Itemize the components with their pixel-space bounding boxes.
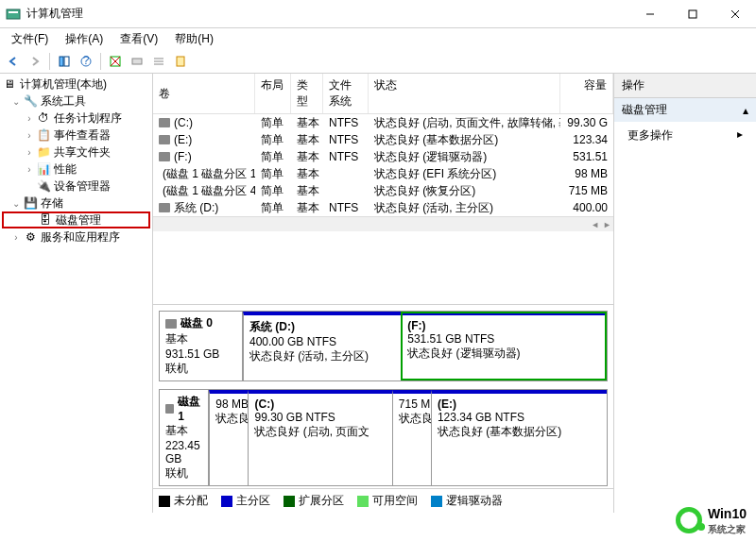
- volume-row[interactable]: 系统 (D:)简单基本NTFS状态良好 (活动, 主分区)400.00: [153, 199, 613, 216]
- svg-text:?: ?: [83, 55, 90, 67]
- close-button[interactable]: [713, 0, 756, 28]
- volume-list[interactable]: 卷 布局 类型 文件系统 状态 容量 (C:)简单基本NTFS状态良好 (启动,…: [153, 74, 613, 305]
- watermark: Win10系统之家: [676, 506, 747, 535]
- volume-list-header: 卷 布局 类型 文件系统 状态 容量: [153, 74, 613, 114]
- volume-row[interactable]: (磁盘 1 磁盘分区 4)简单基本状态良好 (恢复分区)715 MB: [153, 182, 613, 199]
- col-layout[interactable]: 布局: [255, 74, 291, 113]
- list-button[interactable]: [149, 52, 168, 71]
- partition-e[interactable]: (E:) 123.34 GB NTFS 状态良好 (基本数据分区): [431, 390, 607, 485]
- menu-action[interactable]: 操作(A): [58, 29, 111, 49]
- legend-logical-swatch: [431, 496, 442, 507]
- svg-rect-11: [132, 59, 142, 64]
- drive-icon: [159, 203, 170, 212]
- horizontal-scrollbar[interactable]: ◄►: [153, 216, 613, 231]
- actions-title: 操作: [614, 74, 756, 98]
- partition-efi[interactable]: 98 MB 状态良好: [209, 390, 248, 485]
- disk-0[interactable]: 磁盘 0 基本 931.51 GB 联机 系统 (D:) 400.00 GB N…: [159, 311, 608, 381]
- help-button[interactable]: ?: [77, 52, 95, 71]
- actions-panel: 操作 磁盘管理▴ 更多操作▸: [614, 74, 756, 513]
- props-button[interactable]: [171, 52, 190, 71]
- volume-row[interactable]: (F:)简单基本NTFS状态良好 (逻辑驱动器)531.51: [153, 148, 613, 165]
- show-hide-tree-button[interactable]: [55, 52, 74, 71]
- drive-icon: [159, 135, 170, 144]
- tree-devicemgr[interactable]: 🔌设备管理器: [2, 178, 150, 194]
- app-icon: [6, 7, 21, 22]
- col-fs[interactable]: 文件系统: [323, 74, 369, 113]
- partition-d[interactable]: 系统 (D:) 400.00 GB NTFS 状态良好 (活动, 主分区): [243, 312, 401, 380]
- tree-systools[interactable]: ⌄🔧系统工具: [2, 93, 150, 110]
- watermark-logo-icon: [676, 507, 702, 533]
- tree-storage[interactable]: ⌄💾存储: [2, 194, 150, 211]
- menu-bar: 文件(F) 操作(A) 查看(V) 帮助(H): [0, 28, 756, 49]
- col-status[interactable]: 状态: [369, 74, 560, 113]
- disk-0-info: 磁盘 0 基本 931.51 GB 联机: [160, 312, 243, 380]
- volume-row[interactable]: (磁盘 1 磁盘分区 1)简单基本状态良好 (EFI 系统分区)98 MB: [153, 165, 613, 182]
- disk-icon: [165, 404, 174, 414]
- collapse-icon: ▴: [743, 104, 748, 117]
- svg-rect-7: [64, 57, 69, 66]
- svg-rect-0: [7, 9, 20, 19]
- minimize-button[interactable]: [628, 0, 671, 28]
- drive-icon: [159, 152, 170, 161]
- rescan-button[interactable]: [128, 52, 146, 71]
- tree-services[interactable]: ›⚙服务和应用程序: [2, 228, 150, 245]
- tree-performance[interactable]: ›📊性能: [2, 161, 150, 178]
- actions-more[interactable]: 更多操作▸: [614, 122, 756, 149]
- svg-rect-1: [9, 11, 18, 13]
- disk-1-info: 磁盘 1 基本 223.45 GB 联机: [160, 390, 209, 485]
- col-capacity[interactable]: 容量: [560, 74, 613, 113]
- disk-icon: [165, 319, 177, 329]
- navigation-tree[interactable]: 🖥计算机管理(本地) ⌄🔧系统工具 ›⏱任务计划程序 ›📋事件查看器 ›📁共享文…: [0, 74, 153, 513]
- legend-primary-swatch: [221, 496, 232, 507]
- tree-taskscheduler[interactable]: ›⏱任务计划程序: [2, 110, 150, 127]
- window-title: 计算机管理: [26, 6, 628, 22]
- refresh-button[interactable]: [106, 52, 125, 71]
- legend-unallocated-swatch: [159, 496, 170, 507]
- tree-eventviewer[interactable]: ›📋事件查看器: [2, 127, 150, 144]
- legend: 未分配 主分区 扩展分区 可用空间 逻辑驱动器: [153, 488, 613, 513]
- toolbar: ?: [0, 49, 756, 74]
- chevron-right-icon: ▸: [737, 127, 743, 141]
- svg-rect-15: [177, 57, 184, 66]
- forward-button[interactable]: [26, 52, 44, 71]
- window-titlebar: 计算机管理: [0, 0, 756, 28]
- back-button[interactable]: [4, 52, 23, 71]
- tree-root[interactable]: 🖥计算机管理(本地): [2, 76, 150, 93]
- menu-help[interactable]: 帮助(H): [167, 29, 221, 49]
- col-type[interactable]: 类型: [291, 74, 323, 113]
- menu-view[interactable]: 查看(V): [112, 29, 165, 49]
- actions-section[interactable]: 磁盘管理▴: [614, 98, 756, 122]
- partition-recovery[interactable]: 715 MB 状态良好 (恢: [392, 390, 431, 485]
- disk-map: 磁盘 0 基本 931.51 GB 联机 系统 (D:) 400.00 GB N…: [153, 305, 613, 488]
- menu-file[interactable]: 文件(F): [4, 29, 56, 49]
- partition-c[interactable]: (C:) 99.30 GB NTFS 状态良好 (启动, 页面文: [248, 390, 391, 485]
- legend-extended-swatch: [284, 496, 295, 507]
- legend-free-swatch: [357, 496, 369, 507]
- maximize-button[interactable]: [671, 0, 713, 28]
- svg-rect-3: [689, 10, 696, 18]
- drive-icon: [159, 118, 170, 127]
- volume-row[interactable]: (E:)简单基本NTFS状态良好 (基本数据分区)123.34: [153, 131, 613, 148]
- volume-row[interactable]: (C:)简单基本NTFS状态良好 (启动, 页面文件, 故障转储, 基本数据分区…: [153, 114, 613, 131]
- svg-rect-6: [60, 57, 63, 66]
- tree-diskmgmt[interactable]: 🗄磁盘管理: [2, 211, 150, 228]
- tree-sharedfolders[interactable]: ›📁共享文件夹: [2, 144, 150, 161]
- partition-f[interactable]: (F:) 531.51 GB NTFS 状态良好 (逻辑驱动器): [401, 312, 607, 380]
- col-volume[interactable]: 卷: [153, 74, 255, 113]
- disk-1[interactable]: 磁盘 1 基本 223.45 GB 联机 98 MB 状态良好 (C:) 99.…: [159, 389, 608, 486]
